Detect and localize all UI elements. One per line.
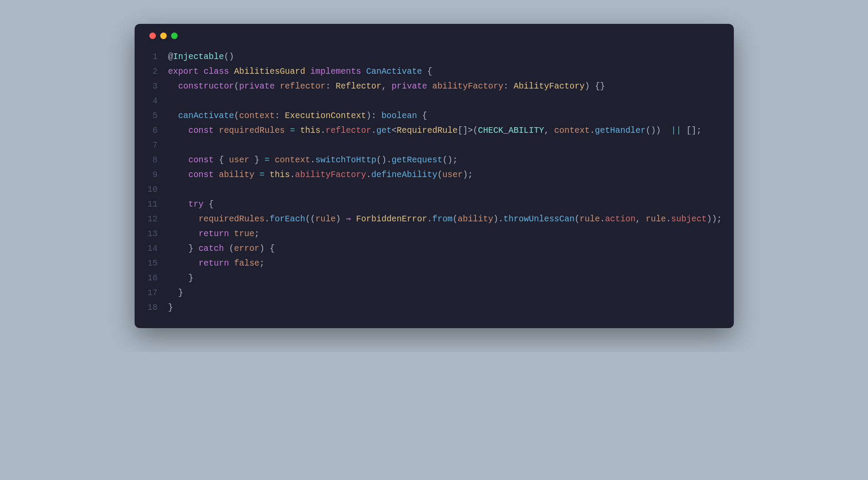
token: abilityFactory bbox=[295, 170, 366, 180]
token: const bbox=[188, 155, 214, 165]
token bbox=[168, 200, 188, 209]
code-line[interactable]: const requiredRules = this.reflector.get… bbox=[168, 123, 721, 138]
token: canActivate bbox=[178, 111, 234, 121]
token: context bbox=[239, 111, 275, 121]
token: , bbox=[636, 214, 646, 224]
token: ); bbox=[463, 170, 473, 180]
code-line[interactable]: } bbox=[168, 300, 721, 315]
token: } bbox=[168, 288, 183, 298]
token: : bbox=[371, 111, 381, 121]
line-number: 3 bbox=[148, 79, 158, 94]
token: requiredRules bbox=[198, 214, 264, 224]
token: requiredRules bbox=[219, 126, 285, 135]
token bbox=[168, 111, 178, 121]
code-line[interactable]: requiredRules.forEach((rule) ⇒ Forbidden… bbox=[168, 212, 721, 227]
token: subject bbox=[671, 214, 707, 224]
code-line[interactable]: canActivate(context: ExecutionContext): … bbox=[168, 108, 721, 123]
code-content[interactable]: @Injectable()export class AbilitiesGuard… bbox=[168, 49, 721, 315]
token: } bbox=[249, 155, 264, 165]
token: { bbox=[417, 111, 427, 121]
token: catch bbox=[198, 244, 224, 253]
token: ( bbox=[574, 214, 580, 224]
code-line[interactable]: return true; bbox=[168, 227, 721, 241]
token: class bbox=[204, 67, 229, 76]
token: || bbox=[671, 126, 681, 135]
token: ⇒ bbox=[346, 214, 351, 224]
token: , bbox=[544, 126, 554, 135]
token: { bbox=[214, 155, 229, 165]
code-line[interactable]: } bbox=[168, 286, 721, 300]
token: Injectable bbox=[173, 52, 224, 62]
token: true bbox=[234, 229, 254, 239]
token: @ bbox=[168, 52, 173, 62]
token: } bbox=[168, 273, 194, 283]
code-line[interactable] bbox=[168, 94, 721, 108]
token: try bbox=[188, 200, 204, 209]
token: reflector bbox=[280, 82, 325, 91]
token: const bbox=[188, 126, 214, 135]
token: context bbox=[554, 126, 590, 135]
token: rule bbox=[315, 214, 336, 224]
token: ) bbox=[366, 111, 371, 121]
token: . bbox=[590, 126, 595, 135]
token bbox=[168, 170, 188, 180]
maximize-button[interactable] bbox=[171, 33, 178, 39]
code-line[interactable] bbox=[168, 138, 721, 153]
token: ability bbox=[219, 170, 254, 180]
code-line[interactable]: const ability = this.abilityFactory.defi… bbox=[168, 168, 721, 182]
token bbox=[264, 170, 270, 180]
token: action bbox=[605, 214, 635, 224]
token: = bbox=[264, 155, 270, 165]
token: } bbox=[168, 303, 173, 312]
close-button[interactable] bbox=[149, 33, 156, 39]
token: (); bbox=[442, 155, 458, 165]
code-line[interactable]: } bbox=[168, 271, 721, 286]
minimize-button[interactable] bbox=[160, 33, 167, 39]
token: (( bbox=[305, 214, 315, 224]
token: from bbox=[432, 214, 452, 224]
token: getHandler bbox=[595, 126, 646, 135]
code-line[interactable]: export class AbilitiesGuard implements C… bbox=[168, 64, 721, 79]
token: getRequest bbox=[392, 155, 442, 165]
token bbox=[427, 82, 432, 91]
code-line[interactable]: try { bbox=[168, 197, 721, 212]
token: const bbox=[188, 170, 214, 180]
code-line[interactable]: } catch (error) { bbox=[168, 241, 721, 256]
token: . bbox=[264, 214, 270, 224]
code-area[interactable]: 123456789101112131415161718 @Injectable(… bbox=[148, 49, 721, 315]
token: ( bbox=[234, 111, 239, 121]
token bbox=[168, 259, 198, 268]
token: throwUnlessCan bbox=[503, 214, 574, 224]
token: return bbox=[198, 229, 229, 239]
line-number: 8 bbox=[148, 153, 158, 168]
token bbox=[361, 67, 366, 76]
code-line[interactable]: constructor(private reflector: Reflector… bbox=[168, 79, 721, 94]
token: = bbox=[290, 126, 295, 135]
token: RequiredRule bbox=[397, 126, 458, 135]
token: < bbox=[392, 126, 397, 135]
token: . bbox=[290, 170, 295, 180]
token bbox=[275, 82, 280, 91]
token bbox=[168, 229, 198, 239]
token: ( bbox=[437, 170, 442, 180]
token: ) {} bbox=[585, 82, 605, 91]
token bbox=[214, 170, 219, 180]
token bbox=[229, 229, 234, 239]
token bbox=[351, 214, 356, 224]
token: ExecutionContext bbox=[285, 111, 366, 121]
code-line[interactable]: return false; bbox=[168, 256, 721, 271]
code-line[interactable]: const { user } = context.switchToHttp().… bbox=[168, 153, 721, 168]
code-line[interactable]: @Injectable() bbox=[168, 49, 721, 64]
token: { bbox=[422, 67, 432, 76]
token: []; bbox=[681, 126, 702, 135]
token: } bbox=[168, 244, 198, 253]
token bbox=[168, 214, 198, 224]
token: switchToHttp bbox=[315, 155, 376, 165]
token: forEach bbox=[270, 214, 305, 224]
token: . bbox=[371, 126, 376, 135]
code-line[interactable] bbox=[168, 182, 721, 197]
token: this bbox=[300, 126, 320, 135]
token: ( bbox=[452, 214, 458, 224]
line-number: 10 bbox=[148, 182, 158, 197]
token: (). bbox=[376, 155, 392, 165]
